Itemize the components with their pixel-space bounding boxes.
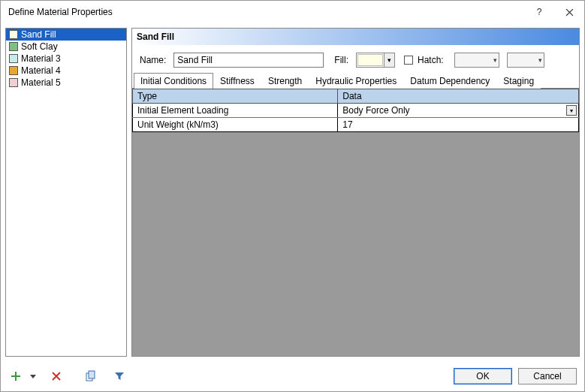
- grid-row[interactable]: Unit Weight (kN/m3) 17: [133, 118, 579, 132]
- chevron-down-icon: ▾: [493, 56, 497, 64]
- material-item[interactable]: Material 5: [6, 77, 126, 89]
- material-list-panel: Sand Fill Soft Clay Material 3 Material …: [5, 28, 127, 357]
- material-item[interactable]: Material 3: [6, 53, 126, 65]
- grid-cell-data[interactable]: Body Force Only ▾: [338, 104, 579, 118]
- hatch-pattern-dropdown[interactable]: ▾: [454, 53, 499, 68]
- copy-material-button[interactable]: [83, 369, 98, 384]
- grid-column-header[interactable]: Type: [133, 89, 338, 104]
- material-item[interactable]: Sand Fill: [6, 29, 126, 41]
- material-item-label: Sand Fill: [21, 29, 56, 40]
- material-swatch-icon: [9, 30, 18, 39]
- grid-cell-type[interactable]: Initial Element Loading: [133, 104, 338, 118]
- material-item-label: Material 5: [21, 77, 61, 88]
- dialog-body: Sand Fill Soft Clay Material 3 Material …: [1, 23, 584, 361]
- fill-label: Fill:: [334, 55, 351, 65]
- material-swatch-icon: [9, 42, 18, 51]
- material-header: Sand Fill: [132, 29, 579, 45]
- title-bar: Define Material Properties ?: [1, 1, 584, 23]
- material-header-title: Sand Fill: [137, 32, 174, 42]
- hatch-checkbox[interactable]: [404, 56, 413, 65]
- tab-staging[interactable]: Staging: [496, 73, 541, 89]
- tab-content: Type Data Initial Element Loading Body F…: [132, 89, 579, 356]
- dialog-window: Define Material Properties ? Sand Fill S…: [0, 0, 585, 392]
- hatch-label: Hatch:: [418, 55, 447, 65]
- add-dropdown-button[interactable]: [29, 369, 37, 384]
- tab-strength[interactable]: Strength: [261, 73, 309, 89]
- add-material-button[interactable]: [8, 369, 23, 384]
- chevron-down-icon: ▾: [384, 53, 394, 67]
- fill-swatch-icon: [357, 54, 383, 66]
- delete-material-button[interactable]: [49, 369, 64, 384]
- grid-header-row: Type Data: [133, 89, 579, 104]
- material-swatch-icon: [9, 66, 18, 75]
- material-item-label: Soft Clay: [21, 41, 58, 52]
- material-swatch-icon: [9, 78, 18, 87]
- material-item[interactable]: Material 4: [6, 65, 126, 77]
- dropdown-button-icon[interactable]: ▾: [566, 105, 577, 116]
- properties-grid[interactable]: Type Data Initial Element Loading Body F…: [132, 89, 579, 132]
- fill-color-picker[interactable]: ▾: [356, 53, 395, 68]
- material-item-label: Material 3: [21, 53, 61, 64]
- name-input[interactable]: [173, 53, 324, 68]
- material-item[interactable]: Soft Clay: [6, 41, 126, 53]
- svg-rect-1: [89, 371, 95, 378]
- tab-initial-conditions[interactable]: Initial Conditions: [134, 73, 213, 89]
- window-title: Define Material Properties: [8, 7, 524, 17]
- ok-button[interactable]: OK: [454, 368, 512, 384]
- dialog-footer: OK Cancel: [1, 361, 584, 391]
- grid-cell-value: Body Force Only: [342, 105, 409, 116]
- grid-row[interactable]: Initial Element Loading Body Force Only …: [133, 104, 579, 118]
- material-list[interactable]: Sand Fill Soft Clay Material 3 Material …: [6, 29, 126, 356]
- properties-panel: Sand Fill Name: Fill: ▾ Hatch: ▾ ▾ Initi…: [131, 28, 580, 357]
- name-label: Name:: [140, 55, 169, 65]
- grid-column-header[interactable]: Data: [338, 89, 579, 104]
- tab-hydraulic-properties[interactable]: Hydraulic Properties: [309, 73, 403, 89]
- tab-strip: Initial Conditions Stiffness Strength Hy…: [132, 72, 579, 89]
- hatch-color-dropdown[interactable]: ▾: [507, 53, 544, 68]
- tab-stiffness[interactable]: Stiffness: [213, 73, 261, 89]
- name-fill-row: Name: Fill: ▾ Hatch: ▾ ▾: [132, 45, 579, 72]
- chevron-down-icon: ▾: [538, 56, 542, 64]
- filter-button[interactable]: [112, 369, 127, 384]
- tab-datum-dependency[interactable]: Datum Dependency: [403, 73, 496, 89]
- cancel-button[interactable]: Cancel: [518, 368, 577, 384]
- help-button[interactable]: ?: [524, 1, 554, 23]
- grid-cell-data[interactable]: 17: [338, 118, 579, 132]
- material-swatch-icon: [9, 54, 18, 63]
- close-button[interactable]: [554, 1, 584, 23]
- grid-cell-type[interactable]: Unit Weight (kN/m3): [133, 118, 338, 132]
- material-item-label: Material 4: [21, 65, 61, 76]
